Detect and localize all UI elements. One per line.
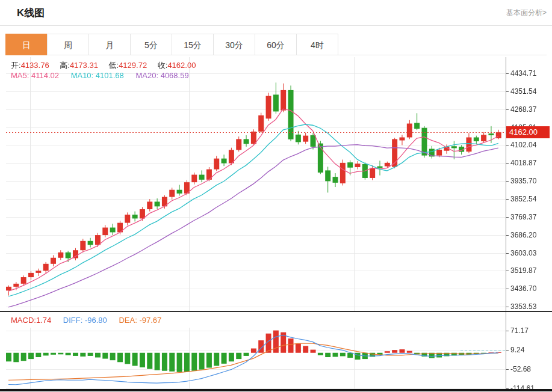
- tab-daily[interactable]: 日: [5, 34, 48, 55]
- tab-4hour[interactable]: 4时: [296, 34, 338, 55]
- current-price-marker: 4162.00: [506, 126, 550, 138]
- fundamental-analysis-link[interactable]: 基本面分析>: [506, 8, 547, 18]
- kline-chart-canvas[interactable]: [0, 57, 552, 392]
- tab-30min[interactable]: 30分: [213, 34, 255, 55]
- page-title: K线图: [17, 6, 45, 20]
- tab-monthly[interactable]: 月: [88, 34, 131, 55]
- interval-tabbar: 日 周 月 5分 15分 30分 60分 4时: [6, 34, 338, 55]
- kline-page: K线图 基本面分析> 日 周 月 5分 15分 30分 60分 4时 开:413…: [0, 0, 552, 392]
- tab-15min[interactable]: 15分: [172, 34, 214, 55]
- header-divider: [0, 25, 552, 26]
- tab-5min[interactable]: 5分: [130, 34, 172, 55]
- tab-weekly[interactable]: 周: [47, 34, 89, 55]
- tab-60min[interactable]: 60分: [255, 34, 297, 55]
